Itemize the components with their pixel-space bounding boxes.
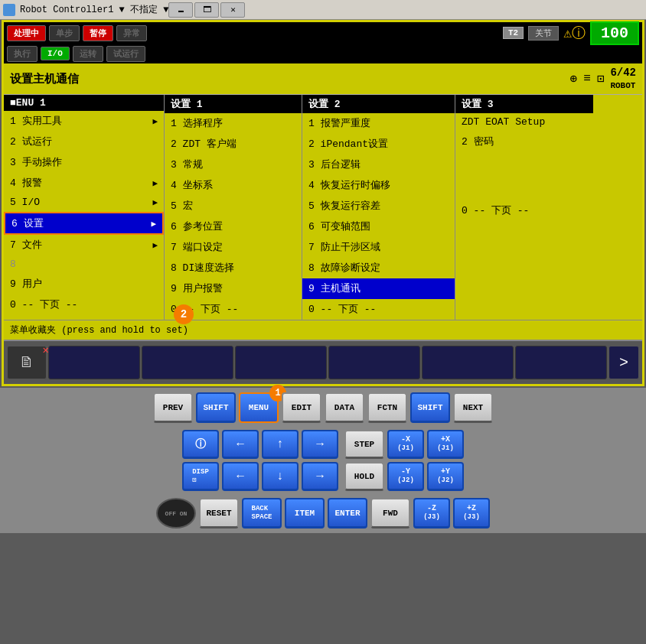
axis-row-1: STEP -X(J1) +X(J1) — [344, 430, 464, 459]
setup1-select-program[interactable]: 1 选择程序 — [165, 113, 302, 134]
left-nav-area: ⓘ ← ↑ → DISP⊡ ← ↓ → — [182, 430, 338, 491]
key-item[interactable]: ITEM — [285, 498, 325, 529]
score-badge: 100 — [590, 21, 639, 45]
setup3-password[interactable]: 2 密码 — [455, 132, 593, 152]
title-bar-controls: 🗕 🗖 ✕ — [168, 2, 245, 18]
menu-item-manual[interactable]: 3 手动操作 — [4, 152, 164, 173]
menu-item-alarm[interactable]: 4 报警▶ — [4, 173, 164, 194]
key-data[interactable]: DATA — [325, 392, 364, 423]
key-shift-right[interactable]: SHIFT — [410, 392, 450, 423]
key-fwd[interactable]: FWD — [370, 498, 410, 529]
key-reset[interactable]: RESET — [199, 498, 239, 529]
key-onoff[interactable]: OFF ON — [156, 498, 196, 529]
setup2-next[interactable]: 0 -- 下页 -- — [302, 299, 455, 320]
joint-badge: 关节 — [528, 26, 559, 41]
key-enter[interactable]: ENTER — [328, 498, 367, 529]
app-icon — [3, 4, 15, 16]
key-minus-x[interactable]: -X(J1) — [387, 430, 424, 459]
status-bar-1: 处理中 单步 暂停 异常 T2 关节 ⚠ⓘ 100 — [4, 22, 642, 44]
key-next[interactable]: NEXT — [453, 392, 493, 423]
fkey-6[interactable] — [422, 346, 514, 379]
key-backspace[interactable]: BACKSPACE — [242, 498, 282, 529]
key-plus-z[interactable]: +Z(J3) — [453, 498, 490, 529]
keyboard-mid-area: ⓘ ← ↑ → DISP⊡ ← ↓ → STEP -X(J1) +X(J1) H… — [15, 430, 631, 491]
menu-column-1: ■ENU 1 1 实用工具▶ 2 试运行 3 手动操作 4 报警▶ 5 I/O▶ — [4, 95, 165, 320]
setup1-macro[interactable]: 5 宏 — [165, 196, 302, 216]
key-arrow-up[interactable]: ↑ — [262, 430, 299, 459]
controller-frame: 处理中 单步 暂停 异常 T2 关节 ⚠ⓘ 100 执行 I/O 运转 试运行 … — [2, 20, 644, 386]
fkey-icon-1[interactable]: 🗎 ✕ — [7, 346, 47, 379]
menu-item-8: 8 — [4, 255, 164, 274]
setup1-coord[interactable]: 4 坐标系 — [165, 175, 302, 196]
setup2-axis-range[interactable]: 6 可变轴范围 — [302, 216, 455, 237]
key-fctn[interactable]: FCTN — [367, 392, 407, 423]
setup3-4 — [455, 159, 593, 166]
key-prev[interactable]: PREV — [153, 392, 193, 423]
key-plus-x[interactable]: +X(J1) — [427, 430, 464, 459]
menu-item-setup[interactable]: 6 设置▶ — [4, 212, 164, 235]
setup2-interference[interactable]: 7 防止干涉区域 — [302, 237, 455, 258]
key-arrow-right-2[interactable]: → — [302, 462, 338, 491]
title-bar-text: Robot Controller1 ▼ 不指定 ▼ — [20, 3, 168, 16]
setup2-diag[interactable]: 8 故障诊断设定 — [302, 258, 455, 278]
error-badge: ✕ — [43, 343, 49, 356]
key-info[interactable]: ⓘ — [182, 430, 219, 459]
key-edit[interactable]: EDIT — [282, 392, 321, 423]
setup3-zdt-eoat[interactable]: ZDT EOAT Setup — [455, 113, 593, 132]
menu-item-io[interactable]: 5 I/O▶ — [4, 194, 164, 212]
fkey-5[interactable] — [328, 346, 420, 379]
menu-icon[interactable]: ≡ — [583, 72, 591, 86]
fkey-7[interactable] — [515, 346, 607, 379]
setup1-port[interactable]: 7 端口设定 — [165, 237, 302, 258]
key-minus-y[interactable]: -Y(J2) — [387, 462, 424, 491]
setup2-bg-logic[interactable]: 3 后台逻辑 — [302, 154, 455, 175]
setup1-zdt[interactable]: 2 ZDT 客户端 — [165, 134, 302, 154]
key-step[interactable]: STEP — [344, 430, 384, 459]
nav-row-2: DISP⊡ ← ↓ → — [182, 462, 338, 491]
setup1-user-alarm[interactable]: 9 用户报警 — [165, 278, 302, 299]
setup2-resume-offset[interactable]: 4 恢复运行时偏移 — [302, 175, 455, 196]
window-icon[interactable]: ⊡ — [597, 71, 605, 86]
col4-header: 设置 3 — [455, 95, 593, 113]
fkey-3[interactable] — [142, 346, 233, 379]
setup2-alarm-severity[interactable]: 1 报警严重度 — [302, 113, 455, 134]
setup1-general[interactable]: 3 常规 — [165, 154, 302, 175]
setup3-next[interactable]: 0 -- 下页 -- — [455, 200, 593, 221]
setup2-ipendant[interactable]: 2 iPendant设置 — [302, 134, 455, 154]
setup1-di[interactable]: 8 DI速度选择 — [165, 258, 302, 278]
menu-column-2: 设置 1 1 选择程序 2 ZDT 客户端 3 常规 4 坐标系 5 宏 6 参… — [165, 95, 302, 320]
setup2-resume-tol[interactable]: 5 恢复运行容差 — [302, 196, 455, 216]
key-arrow-down[interactable]: ↓ — [262, 462, 299, 491]
key-shift-left[interactable]: SHIFT — [196, 392, 236, 423]
menu-item-tools[interactable]: 1 实用工具▶ — [4, 111, 164, 132]
screen-content: 设置主机通信 ⊕ ≡ ⊡ 6/42 ROBOT ■ENU 1 1 实用工具▶ — [4, 63, 642, 384]
close-button[interactable]: ✕ — [220, 2, 245, 18]
menu-item-file[interactable]: 7 文件▶ — [4, 235, 164, 255]
key-plus-y[interactable]: +Y(J2) — [427, 462, 464, 491]
key-minus-z[interactable]: -Z(J3) — [413, 498, 450, 529]
key-arrow-right-1[interactable]: → — [302, 430, 338, 459]
menu-item-next-1[interactable]: 0 -- 下页 -- — [4, 294, 164, 315]
key-menu[interactable]: MENU 1 — [239, 392, 279, 423]
menu-item-user[interactable]: 9 用户 — [4, 274, 164, 294]
warning-icon: ⚠ⓘ — [563, 24, 586, 42]
key-arrow-left-1[interactable]: ← — [222, 430, 259, 459]
fkey-4[interactable] — [235, 346, 327, 379]
setup3-5 — [455, 166, 593, 173]
col3-header: 设置 2 — [302, 95, 455, 113]
status-right: T2 关节 ⚠ⓘ 100 — [503, 21, 639, 45]
key-hold[interactable]: HOLD — [344, 462, 384, 491]
page-indicator: 6/42 ROBOT — [610, 67, 636, 91]
screen-title: 设置主机通信 — [10, 72, 79, 86]
setup1-refpos[interactable]: 6 参考位置 — [165, 216, 302, 237]
key-arrow-left-2[interactable]: ← — [222, 462, 259, 491]
key-row-4: OFF ON RESET BACKSPACE ITEM ENTER FWD -Z… — [15, 498, 631, 529]
maximize-button[interactable]: 🗖 — [194, 2, 219, 18]
key-disp[interactable]: DISP⊡ — [182, 462, 219, 491]
minimize-button[interactable]: 🗕 — [168, 2, 193, 18]
zoom-icon[interactable]: ⊕ — [570, 71, 578, 86]
menu-item-trial[interactable]: 2 试运行 — [4, 132, 164, 152]
fkey-2[interactable] — [48, 346, 140, 379]
fkey-next-arrow[interactable]: > — [608, 346, 639, 379]
setup2-host-comm[interactable]: 9 主机通讯 — [302, 278, 455, 299]
